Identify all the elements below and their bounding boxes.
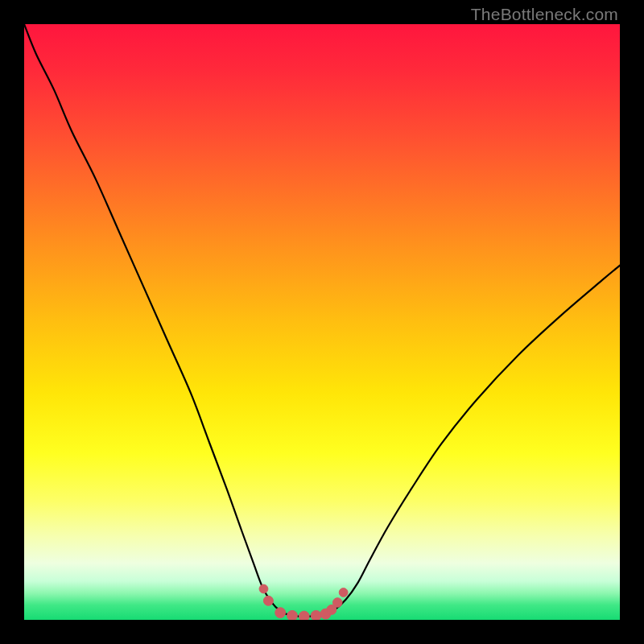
valley-marker [259,584,268,593]
valley-marker-group [259,584,348,620]
chart-svg [24,24,620,620]
valley-marker [311,610,321,620]
valley-marker [275,608,286,618]
valley-marker [263,596,273,605]
valley-marker [299,611,309,620]
valley-marker [332,598,342,608]
valley-marker [339,588,348,597]
valley-marker [287,610,298,620]
outer-frame: TheBottleneck.com [0,0,644,644]
watermark-text: TheBottleneck.com [471,5,618,24]
bottleneck-curve [24,24,620,617]
plot-area [24,24,620,620]
